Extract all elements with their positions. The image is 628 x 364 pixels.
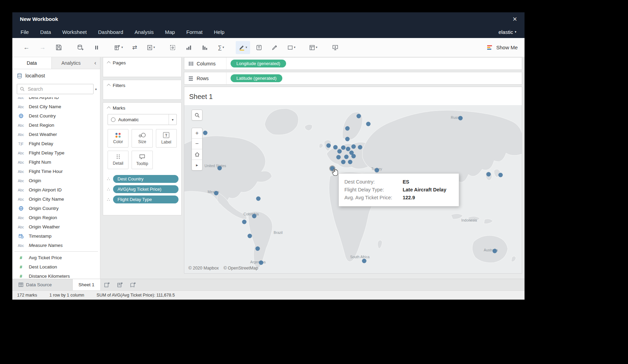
show-me-button[interactable]: Show Me	[487, 45, 518, 50]
presentation-mode-button[interactable]	[328, 41, 342, 54]
map-mark[interactable]	[341, 160, 345, 164]
datasource-row[interactable]: localhost	[12, 69, 100, 82]
field-dest-city-name[interactable]: AbcDest City Name	[12, 102, 100, 111]
zoom-home-button[interactable]	[192, 149, 202, 160]
map-mark[interactable]	[366, 122, 370, 126]
map-mark[interactable]	[203, 130, 208, 135]
map-mark[interactable]	[358, 145, 362, 150]
new-worksheet-tab-button[interactable]	[101, 279, 114, 290]
redo-button[interactable]: →	[35, 41, 50, 54]
pages-card-header[interactable]: Pages	[103, 58, 181, 68]
collapse-pane-icon[interactable]: ‹	[90, 57, 100, 69]
clear-sheet-button[interactable]: ▾	[144, 41, 158, 54]
menu-help[interactable]: Help	[214, 29, 224, 35]
field-dest-airport-id[interactable]: AbcDest Airport ID	[12, 97, 100, 102]
map-mark[interactable]	[344, 155, 348, 159]
field-dest-location[interactable]: #Dest Location	[12, 262, 100, 272]
map-mark[interactable]	[498, 173, 503, 177]
field-origin-region[interactable]: AbcOrigin Region	[12, 213, 100, 222]
account-menu[interactable]: elastic ▾	[498, 29, 516, 35]
tab-sheet-1[interactable]: Sheet 1	[72, 279, 101, 290]
menu-worksheet[interactable]: Worksheet	[62, 29, 87, 35]
map-mark[interactable]	[337, 149, 342, 154]
tooltip-button[interactable]: Tooltip	[132, 151, 152, 169]
map-mark[interactable]	[252, 214, 256, 218]
map-mark[interactable]	[362, 259, 367, 263]
show-hide-cards-button[interactable]: ▾	[306, 41, 320, 54]
data-source-tab[interactable]: Data Source	[12, 279, 58, 290]
field-flight-time-hour[interactable]: AbcFlight Time Hour	[12, 167, 100, 176]
map-mark[interactable]	[487, 172, 491, 176]
show-mark-labels-button[interactable]	[252, 41, 266, 54]
osm-attribution[interactable]: © OpenStreetMap	[223, 266, 258, 271]
sort-descending-button[interactable]	[198, 41, 212, 54]
field-flight-delay-type[interactable]: AbcFlight Delay Type	[12, 148, 100, 158]
map-mark[interactable]	[214, 191, 218, 196]
pan-controls-expand-button[interactable]: ▸	[192, 160, 202, 170]
map-mark[interactable]	[336, 155, 341, 160]
marks-pill-dest-country[interactable]: Dest Country	[113, 175, 178, 183]
mapbox-attribution[interactable]: © 2020 Mapbox	[188, 266, 219, 271]
field-origin-city-name[interactable]: AbcOrigin City Name	[12, 194, 100, 204]
map-mark[interactable]	[493, 249, 497, 253]
map-mark[interactable]	[375, 168, 379, 172]
zoom-in-button[interactable]: +	[192, 128, 202, 139]
search-box[interactable]	[17, 84, 94, 94]
search-input[interactable]	[27, 86, 90, 92]
format-button[interactable]	[268, 41, 282, 54]
field-origin-weather[interactable]: AbcOrigin Weather	[12, 222, 100, 231]
map-mark[interactable]	[345, 126, 349, 130]
map-mark[interactable]	[352, 154, 356, 159]
menu-data[interactable]: Data	[40, 29, 51, 35]
map-mark[interactable]	[346, 147, 350, 151]
menu-file[interactable]: File	[21, 29, 29, 35]
map-search-button[interactable]	[192, 110, 202, 121]
close-icon[interactable]: ×	[513, 15, 517, 23]
borders-button[interactable]: ▾	[284, 41, 298, 54]
marks-card-header[interactable]: Marks	[103, 103, 181, 113]
map-mark[interactable]	[458, 116, 463, 121]
tab-data[interactable]: Data	[12, 57, 52, 69]
field-dest-country[interactable]: Dest Country	[12, 111, 100, 121]
field-distance-kilometers[interactable]: #Distance Kilometers	[12, 272, 100, 279]
detail-button[interactable]: Detail	[108, 151, 128, 169]
columns-shelf[interactable]: Columns Longitude (generated)	[184, 57, 522, 70]
map-mark[interactable]	[218, 166, 222, 170]
field-list-scroll[interactable]: AbcDest Airport IDAbcDest City NameDest …	[12, 97, 100, 279]
size-button[interactable]: Size	[132, 129, 152, 148]
swap-rows-columns-button[interactable]: ⇄	[127, 41, 142, 54]
field-timestamp[interactable]: Timestamp	[12, 231, 100, 241]
new-data-source-button[interactable]	[73, 41, 88, 54]
highlight-button[interactable]: ▾	[236, 41, 250, 54]
group-members-button[interactable]	[165, 41, 180, 54]
map-canvas[interactable]: United StatesMexicoColombiaBrazilArgenti…	[184, 105, 522, 273]
field-origin-country[interactable]: Origin Country	[12, 204, 100, 213]
field-dest-weather[interactable]: AbcDest Weather	[12, 130, 100, 139]
field-origin-airport-id[interactable]: AbcOrigin Airport ID	[12, 185, 100, 194]
map-mark[interactable]	[242, 219, 247, 224]
map-mark[interactable]	[357, 114, 361, 118]
marks-pill-flight-delay-type[interactable]: Flight Delay Type	[113, 196, 178, 203]
marks-pill-avg-avg-ticket-price-[interactable]: AVG(Avg Ticket Price)	[113, 185, 178, 193]
search-options-caret-icon[interactable]: ▾	[95, 87, 97, 91]
map-mark[interactable]	[352, 144, 356, 149]
new-story-tab-button[interactable]	[127, 279, 140, 290]
totals-button[interactable]: ∑▾	[214, 41, 228, 54]
menu-map[interactable]: Map	[165, 29, 175, 35]
label-button[interactable]: T Label	[156, 129, 177, 148]
rows-pill-latitude-generated-[interactable]: Latitude (generated)	[231, 74, 282, 82]
field-flight-delay[interactable]: T|FFlight Delay	[12, 139, 100, 148]
undo-button[interactable]: ←	[19, 41, 34, 54]
map-mark[interactable]	[333, 145, 338, 150]
tab-analytics[interactable]: Analytics	[52, 57, 91, 69]
sort-ascending-button[interactable]	[182, 41, 196, 54]
field-measure-names[interactable]: AbcMeasure Names	[12, 241, 100, 250]
map-mark[interactable]	[341, 146, 345, 150]
map-mark[interactable]	[259, 260, 263, 265]
map-mark[interactable]	[345, 137, 349, 141]
mark-type-dropdown[interactable]: Automatic ▾	[108, 114, 177, 125]
menu-dashboard[interactable]: Dashboard	[98, 29, 123, 35]
field-avg-ticket-price[interactable]: #Avg Ticket Price	[12, 253, 100, 262]
rows-shelf[interactable]: Rows Latitude (generated)	[184, 72, 522, 85]
new-worksheet-button[interactable]: ▾	[111, 41, 126, 54]
